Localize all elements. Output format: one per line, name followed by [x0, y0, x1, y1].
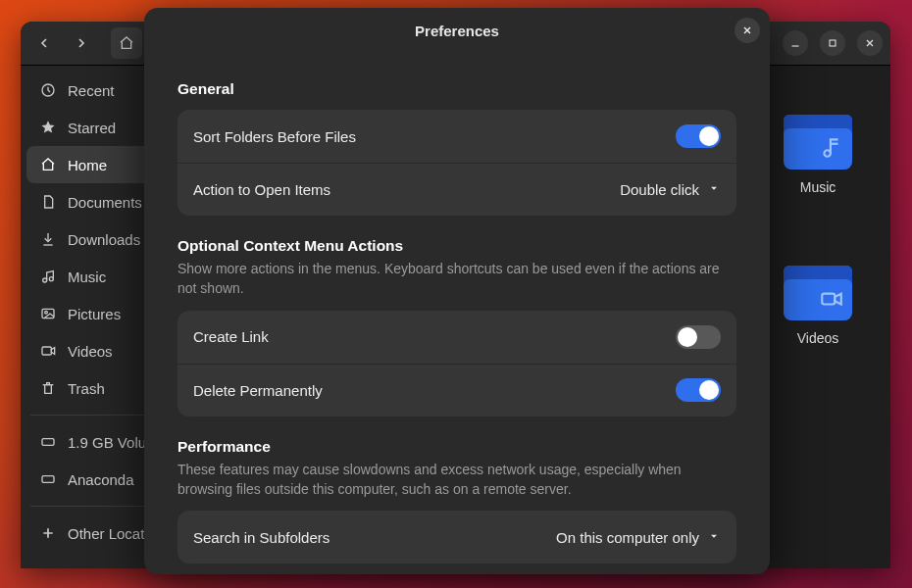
dropdown-value: On this computer only	[556, 529, 699, 546]
sidebar-item-label: Recent	[68, 82, 115, 99]
dialog-close-button[interactable]	[735, 18, 760, 43]
svg-rect-4	[42, 309, 54, 318]
chevron-down-icon	[707, 529, 721, 546]
row-open-action[interactable]: Action to Open Items Double click	[177, 163, 736, 216]
svg-rect-7	[42, 439, 54, 446]
sidebar-item-label: Downloads	[68, 231, 140, 248]
row-create-link[interactable]: Create Link	[177, 311, 736, 364]
toggle-delete-permanently[interactable]	[676, 378, 721, 402]
dialog-title: Preferences	[415, 23, 499, 39]
section-title-general: General	[177, 80, 736, 98]
group-general: Sort Folders Before Files Action to Open…	[177, 110, 736, 216]
window-minimize-button[interactable]	[783, 30, 808, 56]
row-delete-permanently[interactable]: Delete Permanently	[177, 364, 736, 416]
row-label: Search in Subfolders	[193, 529, 542, 546]
section-subtitle-context: Show more actions in the menus. Keyboard…	[177, 259, 736, 299]
dialog-header: Preferences	[144, 8, 770, 53]
toggle-create-link[interactable]	[676, 325, 721, 349]
folder-label: Music	[769, 179, 867, 195]
dropdown-open-action[interactable]: Double click	[620, 181, 721, 198]
section-title-context: Optional Context Menu Actions	[177, 237, 736, 255]
sidebar-item-label: Starred	[68, 120, 116, 136]
folder-icon	[784, 115, 852, 170]
folder-label: Videos	[769, 330, 867, 346]
svg-rect-10	[822, 294, 835, 305]
section-subtitle-performance: These features may cause slowdowns and e…	[177, 460, 736, 500]
row-label: Action to Open Items	[193, 181, 606, 198]
sidebar-item-label: Documents	[68, 194, 142, 211]
dropdown-value: Double click	[620, 181, 699, 198]
row-sort-folders[interactable]: Sort Folders Before Files	[177, 110, 736, 163]
row-label: Delete Permanently	[193, 382, 662, 399]
sidebar-item-label: Videos	[68, 343, 113, 360]
svg-rect-0	[830, 40, 836, 46]
sidebar-item-label: Trash	[68, 380, 105, 397]
svg-rect-8	[42, 476, 54, 483]
folder-icon	[784, 266, 852, 320]
path-home-button[interactable]	[111, 27, 142, 59]
section-title-performance: Performance	[177, 438, 736, 456]
sidebar-item-label: Pictures	[68, 306, 121, 322]
row-label: Create Link	[193, 328, 662, 345]
window-maximize-button[interactable]	[820, 30, 845, 56]
folder-videos[interactable]: Videos	[769, 266, 867, 346]
preferences-dialog: Preferences General Sort Folders Before …	[144, 8, 770, 574]
dialog-body: General Sort Folders Before Files Action…	[144, 53, 770, 574]
row-search-subfolders[interactable]: Search in Subfolders On this computer on…	[177, 511, 736, 564]
window-close-button[interactable]	[857, 30, 883, 56]
dropdown-search-subfolders[interactable]: On this computer only	[556, 529, 721, 546]
sidebar-item-label: Anaconda	[68, 471, 134, 488]
camcorder-icon	[819, 285, 844, 315]
sidebar-item-label: Home	[68, 157, 107, 173]
group-performance: Search in Subfolders On this computer on…	[177, 511, 736, 564]
svg-point-5	[45, 311, 48, 314]
nav-back-button[interactable]	[28, 27, 60, 59]
toggle-sort-folders[interactable]	[676, 124, 721, 148]
chevron-down-icon	[707, 181, 721, 198]
music-note-icon	[819, 134, 844, 164]
nav-forward-button[interactable]	[66, 27, 97, 59]
group-context: Create Link Delete Permanently	[177, 311, 736, 416]
row-label: Sort Folders Before Files	[193, 128, 662, 145]
svg-rect-6	[42, 347, 51, 355]
folder-music[interactable]: Music	[769, 115, 867, 195]
sidebar-item-label: Music	[68, 269, 106, 285]
